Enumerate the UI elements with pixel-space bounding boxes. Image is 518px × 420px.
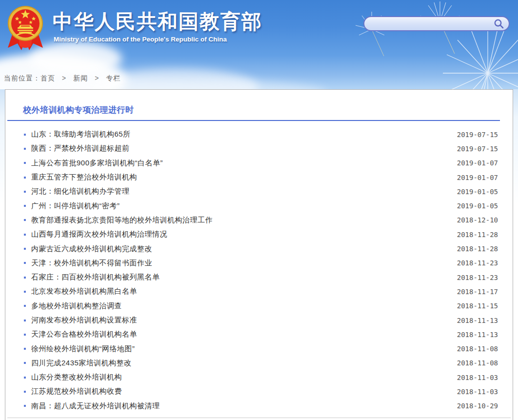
site-title: 中华人民共和国教育部: [53, 11, 262, 33]
article-date: 2019-01-05: [457, 188, 498, 196]
bullet-icon: [24, 248, 26, 250]
bullet-icon: [24, 134, 26, 136]
bullet-icon: [24, 320, 26, 321]
breadcrumb-home[interactable]: 首页: [40, 74, 55, 82]
bullet-icon: [24, 191, 26, 193]
bullet-icon: [24, 348, 26, 350]
bullet-icon: [24, 377, 26, 379]
article-link[interactable]: 多地校外培训机构整治调查: [31, 301, 122, 311]
article-row: 山东：取缔助考培训机构65所2019-07-15: [24, 127, 498, 141]
article-link[interactable]: 四川完成2435家培训机构整改: [31, 359, 132, 368]
bullet-icon: [24, 162, 26, 164]
breadcrumb-prefix: 当前位置：: [4, 74, 40, 82]
article-link[interactable]: 山东分类整改校外培训机构: [31, 373, 122, 382]
national-emblem-icon: [7, 4, 44, 53]
dandelion-icon: [434, 22, 518, 89]
bullet-icon: [24, 362, 26, 364]
article-link[interactable]: 石家庄：四百校外培训机构被列黑名单: [31, 273, 160, 282]
site-subtitle: Ministry of Education of the People's Re…: [54, 36, 262, 43]
article-row: 陕西：严禁校外培训超标超前2019-07-15: [24, 141, 498, 156]
article-date: 2018-11-03: [457, 388, 498, 396]
article-link[interactable]: 天津：校外培训机构不得留书面作业: [31, 259, 152, 268]
article-row: 内蒙古近六成校外培训机构完成整改2018-11-28: [24, 241, 498, 256]
list-bottom-divider: [7, 418, 511, 418]
article-row: 天津：校外培训机构不得留书面作业2018-11-23: [24, 256, 498, 270]
article-link[interactable]: 上海公布首批900多家培训机构“白名单”: [31, 159, 163, 168]
article-row: 江苏规范校外培训机构收费2018-11-03: [24, 384, 498, 399]
search-box: [363, 16, 510, 31]
article-link[interactable]: 北京发布校外培训机构黑白名单: [31, 287, 137, 296]
article-row: 上海公布首批900多家培训机构“白名单”2019-01-07: [24, 156, 498, 170]
bullet-icon: [24, 391, 26, 393]
article-link[interactable]: 山西每月通报两次校外培训机构治理情况: [31, 230, 167, 239]
search-icon: [494, 19, 504, 29]
article-date: 2018-11-23: [457, 274, 498, 281]
breadcrumb-separator: >: [62, 74, 66, 82]
breadcrumb-news[interactable]: 新闻: [73, 74, 88, 82]
article-link[interactable]: 南昌：超八成无证校外培训机构被清理: [31, 401, 160, 411]
site-header: 中华人民共和国教育部 Ministry of Education of the …: [0, 0, 518, 89]
breadcrumb-separator: >: [95, 74, 99, 82]
article-row: 重庆五管齐下整治校外培训机构2019-01-07: [24, 170, 498, 184]
article-row: 广州：叫停培训机构“密考”2019-01-05: [24, 199, 498, 213]
bullet-icon: [24, 277, 26, 279]
article-row: 北京发布校外培训机构黑白名单2018-11-17: [24, 284, 498, 299]
article-date: 2018-11-28: [457, 231, 498, 239]
bullet-icon: [24, 148, 26, 150]
article-row: 南昌：超八成无证校外培训机构被清理2018-10-29: [24, 399, 498, 413]
section-title: 校外培训机构专项治理进行时: [7, 104, 500, 121]
article-row: 教育部通报表扬北京贵阳等地的校外培训机构治理工作2018-12-10: [24, 213, 498, 227]
article-link[interactable]: 天津公布合格校外培训机构名单: [31, 330, 137, 339]
article-date: 2018-11-15: [457, 302, 498, 310]
article-row: 四川完成2435家培训机构整改2018-11-08: [24, 356, 498, 370]
dandelion-seed-icon: [345, 7, 398, 61]
article-date: 2018-11-13: [457, 317, 498, 324]
search-button[interactable]: [493, 18, 505, 30]
article-date: 2018-10-29: [457, 402, 498, 410]
article-link[interactable]: 河南发布校外培训机构设置标准: [31, 316, 137, 325]
bullet-icon: [24, 262, 26, 264]
breadcrumb: 当前位置：首页>新闻>专栏: [4, 74, 120, 83]
article-date: 2018-11-08: [457, 359, 498, 367]
bullet-icon: [24, 234, 26, 236]
bullet-icon: [24, 291, 26, 293]
article-row: 山东分类整改校外培训机构2018-11-03: [24, 370, 498, 384]
article-row: 徐州绘校外培训机构“网络地图”2018-11-08: [24, 341, 498, 356]
article-date: 2018-11-23: [457, 259, 498, 267]
article-date: 2018-11-13: [457, 331, 498, 339]
content-panel: 校外培训机构专项治理进行时 山东：取缔助考培训机构65所2019-07-15 陕…: [5, 89, 513, 420]
article-row: 多地校外培训机构整治调查2018-11-15: [24, 299, 498, 313]
article-link[interactable]: 内蒙古近六成校外培训机构完成整改: [31, 244, 152, 254]
article-link[interactable]: 陕西：严禁校外培训超标超前: [31, 144, 130, 153]
article-date: 2018-11-28: [457, 245, 498, 253]
article-date: 2018-11-08: [457, 345, 498, 353]
article-row: 石家庄：四百校外培训机构被列黑名单2018-11-23: [24, 270, 498, 284]
bullet-icon: [24, 305, 26, 307]
article-date: 2018-12-10: [457, 216, 498, 224]
article-date: 2019-07-15: [457, 131, 498, 139]
article-link[interactable]: 重庆五管齐下整治校外培训机构: [31, 173, 137, 182]
article-date: 2019-01-07: [457, 174, 498, 181]
article-link[interactable]: 山东：取缔助考培训机构65所: [31, 130, 131, 139]
article-row: 山西每月通报两次校外培训机构治理情况2018-11-28: [24, 227, 498, 241]
bullet-icon: [24, 177, 26, 179]
article-row: 河北：细化培训机构办学管理2019-01-05: [24, 184, 498, 199]
search-input[interactable]: [371, 17, 493, 30]
article-row: 天津公布合格校外培训机构名单2018-11-13: [24, 327, 498, 341]
article-link[interactable]: 广州：叫停培训机构“密考”: [31, 201, 120, 211]
article-link[interactable]: 教育部通报表扬北京贵阳等地的校外培训机构治理工作: [31, 216, 213, 225]
bullet-icon: [24, 219, 26, 221]
article-date: 2019-01-07: [457, 159, 498, 167]
article-date: 2019-01-05: [457, 202, 498, 210]
article-date: 2019-07-15: [457, 145, 498, 153]
site-logo-link[interactable]: 中华人民共和国教育部 Ministry of Education of the …: [7, 4, 262, 53]
article-list: 山东：取缔助考培训机构65所2019-07-15 陕西：严禁校外培训超标超前20…: [24, 127, 498, 413]
bullet-icon: [24, 334, 26, 336]
article-link[interactable]: 河北：细化培训机构办学管理: [31, 187, 130, 196]
article-date: 2018-11-17: [457, 288, 498, 296]
breadcrumb-column[interactable]: 专栏: [106, 74, 120, 82]
article-link[interactable]: 徐州绘校外培训机构“网络地图”: [31, 344, 135, 354]
article-date: 2018-11-03: [457, 374, 498, 381]
bullet-icon: [24, 205, 26, 207]
article-link[interactable]: 江苏规范校外培训机构收费: [31, 387, 122, 396]
